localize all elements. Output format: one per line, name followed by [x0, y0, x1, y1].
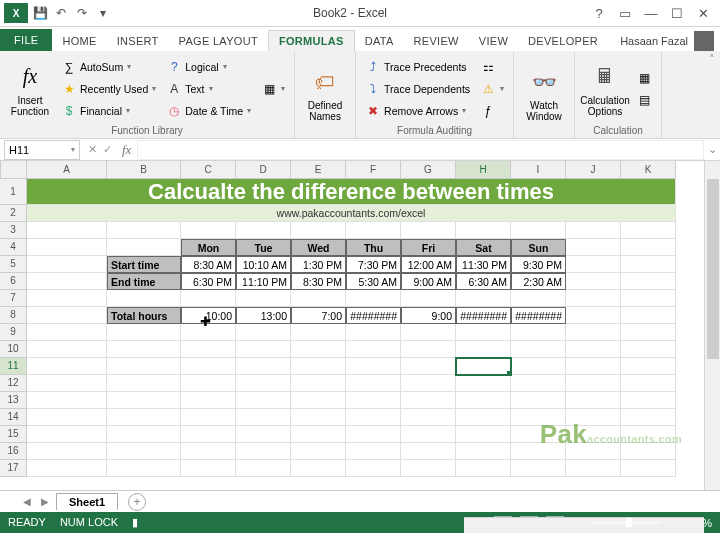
cell[interactable]: [346, 222, 401, 239]
cell[interactable]: [291, 443, 346, 460]
selected-cell[interactable]: [456, 358, 511, 375]
cell[interactable]: [511, 443, 566, 460]
cell[interactable]: [181, 375, 236, 392]
save-icon[interactable]: 💾: [31, 4, 49, 22]
cell[interactable]: [181, 392, 236, 409]
day-header[interactable]: Thu: [346, 239, 401, 256]
cell[interactable]: [511, 460, 566, 477]
col-header-A[interactable]: A: [27, 161, 107, 179]
cell[interactable]: [236, 324, 291, 341]
cell[interactable]: [107, 341, 181, 358]
cell[interactable]: [236, 341, 291, 358]
show-formulas-button[interactable]: ⚏: [477, 57, 507, 77]
row-header-1[interactable]: 1: [0, 179, 27, 205]
cell[interactable]: [621, 307, 676, 324]
cell[interactable]: [291, 358, 346, 375]
date-time-button[interactable]: ◷Date & Time▾: [163, 101, 254, 121]
col-header-D[interactable]: D: [236, 161, 291, 179]
cell[interactable]: [107, 426, 181, 443]
col-header-F[interactable]: F: [346, 161, 401, 179]
row-header-17[interactable]: 17: [0, 460, 27, 477]
cell[interactable]: [456, 443, 511, 460]
total-cell[interactable]: 9:00: [401, 307, 456, 324]
cell[interactable]: [566, 239, 621, 256]
cell[interactable]: [107, 460, 181, 477]
start-cell[interactable]: 12:00 AM: [401, 256, 456, 273]
cell[interactable]: [27, 239, 107, 256]
cell[interactable]: [346, 443, 401, 460]
cell[interactable]: [621, 290, 676, 307]
end-cell[interactable]: 9:00 AM: [401, 273, 456, 290]
col-header-H[interactable]: H: [456, 161, 511, 179]
cell[interactable]: [566, 341, 621, 358]
cell[interactable]: [401, 409, 456, 426]
cell[interactable]: [456, 426, 511, 443]
calc-now-button[interactable]: ▦: [633, 68, 655, 88]
total-cell[interactable]: ########: [346, 307, 401, 324]
cell[interactable]: [107, 409, 181, 426]
cell[interactable]: [401, 443, 456, 460]
start-cell[interactable]: 9:30 PM: [511, 256, 566, 273]
start-cell[interactable]: 8:30 AM: [181, 256, 236, 273]
error-check-button[interactable]: ⚠▾: [477, 79, 507, 99]
macro-record-icon[interactable]: ▮: [132, 516, 138, 529]
name-box[interactable]: H11▾: [4, 140, 80, 160]
trace-dependents-button[interactable]: ⤵Trace Dependents: [362, 79, 473, 99]
cell[interactable]: [511, 341, 566, 358]
cell[interactable]: [456, 392, 511, 409]
cell[interactable]: [621, 341, 676, 358]
tab-formulas[interactable]: FORMULAS: [268, 30, 355, 51]
ribbon-options-icon[interactable]: ▭: [614, 4, 636, 22]
cell[interactable]: [236, 358, 291, 375]
cell[interactable]: [456, 409, 511, 426]
cell[interactable]: [27, 256, 107, 273]
start-cell[interactable]: 11:30 PM: [456, 256, 511, 273]
cell[interactable]: [511, 392, 566, 409]
cell[interactable]: [346, 392, 401, 409]
cell[interactable]: [27, 375, 107, 392]
cell[interactable]: [456, 341, 511, 358]
trace-precedents-button[interactable]: ⤴Trace Precedents: [362, 57, 473, 77]
cell[interactable]: [456, 375, 511, 392]
cell[interactable]: [401, 324, 456, 341]
cell[interactable]: [107, 324, 181, 341]
cell[interactable]: [346, 358, 401, 375]
watch-window-button[interactable]: 👓 Watch Window: [520, 53, 568, 135]
cell[interactable]: [401, 341, 456, 358]
cell[interactable]: [107, 375, 181, 392]
horizontal-scrollbar[interactable]: [464, 517, 704, 533]
tab-review[interactable]: REVIEW: [404, 31, 469, 51]
day-header[interactable]: Tue: [236, 239, 291, 256]
cell[interactable]: [181, 460, 236, 477]
total-cell[interactable]: ########: [456, 307, 511, 324]
day-header[interactable]: Sun: [511, 239, 566, 256]
evaluate-button[interactable]: ƒ: [477, 101, 507, 121]
col-header-J[interactable]: J: [566, 161, 621, 179]
cell[interactable]: [181, 341, 236, 358]
row-header-8[interactable]: 8: [0, 307, 27, 324]
cell[interactable]: [401, 426, 456, 443]
cell[interactable]: [181, 290, 236, 307]
user-name[interactable]: Hasaan Fazal: [620, 35, 688, 47]
cell[interactable]: [107, 443, 181, 460]
cell[interactable]: [107, 222, 181, 239]
cell[interactable]: [401, 460, 456, 477]
row-header-15[interactable]: 15: [0, 426, 27, 443]
sheet-tab[interactable]: Sheet1: [56, 493, 118, 510]
row-header-5[interactable]: 5: [0, 256, 27, 273]
cell[interactable]: [401, 290, 456, 307]
tab-file[interactable]: FILE: [0, 29, 52, 51]
cell[interactable]: [181, 409, 236, 426]
zoom-slider[interactable]: [591, 521, 661, 524]
cell[interactable]: [181, 358, 236, 375]
cell[interactable]: [621, 273, 676, 290]
cell[interactable]: [181, 324, 236, 341]
end-cell[interactable]: 6:30 AM: [456, 273, 511, 290]
start-cell[interactable]: 1:30 PM: [291, 256, 346, 273]
cell[interactable]: [27, 426, 107, 443]
cell[interactable]: [511, 358, 566, 375]
col-header-K[interactable]: K: [621, 161, 676, 179]
close-icon[interactable]: ✕: [692, 4, 714, 22]
cell[interactable]: [107, 239, 181, 256]
total-cell[interactable]: ########: [511, 307, 566, 324]
